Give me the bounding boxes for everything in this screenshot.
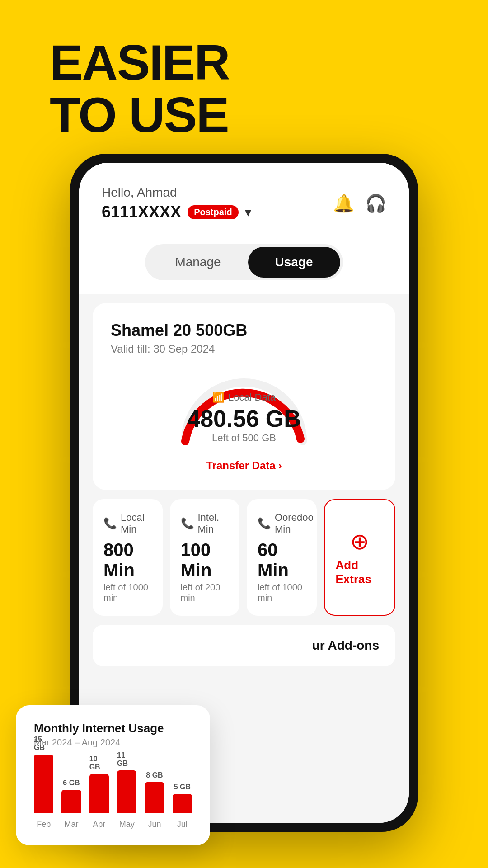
notification-icon[interactable]: 🔔 xyxy=(333,193,354,213)
bar-month-label: Jun xyxy=(148,820,161,829)
mini-cards-row: 📞 Local Min 800 Min left of 1000 min 📞 I… xyxy=(93,499,395,616)
local-min-icon-row: 📞 Local Min xyxy=(103,512,152,535)
bar-month-label: Apr xyxy=(93,820,105,829)
addons-partial-text: ur Add-ons xyxy=(312,638,379,653)
ooredoo-min-label: Ooredoo Min xyxy=(275,512,314,535)
bar-col-feb: 15 GBFeb xyxy=(34,736,53,829)
ooredoo-min-phone-icon: 📞 xyxy=(258,517,271,530)
intel-min-card: 📞 Intel. Min 100 Min left of 200 min xyxy=(170,499,240,616)
header-left: Hello, Ahmad 6111XXXX Postpaid ▾ xyxy=(102,185,251,222)
bar-chart: 15 GBFeb6 GBMar10 GBApr11 GBMay8 GBJun5 … xyxy=(34,757,192,829)
local-min-phone-icon: 📞 xyxy=(103,517,117,530)
bar-month-label: Feb xyxy=(37,820,51,829)
bar-month-label: Jul xyxy=(177,820,188,829)
intel-min-icon-row: 📞 Intel. Min xyxy=(181,512,229,535)
plan-valid: Valid till: 30 Sep 2024 xyxy=(111,343,377,355)
ooredoo-min-sub: left of 1000 min xyxy=(258,582,306,603)
header-icons: 🔔 🎧 xyxy=(333,193,386,213)
bar-value-label: 6 GB xyxy=(63,779,80,787)
arrow-right-icon: › xyxy=(278,459,282,472)
bar-col-jul: 5 GBJul xyxy=(173,783,192,829)
local-min-value: 800 Min xyxy=(103,540,152,580)
chart-title: Monthly Internet Usage xyxy=(34,722,192,736)
bar-value-label: 8 GB xyxy=(146,771,163,779)
phone-number: 6111XXXX xyxy=(102,203,181,222)
ooredoo-min-value: 60 Min xyxy=(258,540,306,580)
tabs-bar: Manage Usage xyxy=(79,235,409,294)
bar-col-apr: 10 GBApr xyxy=(89,755,109,829)
local-min-label: Local Min xyxy=(121,512,152,535)
greeting-text: Hello, Ahmad xyxy=(102,185,251,200)
gauge-label: 📶 Local Data xyxy=(187,392,301,403)
add-extras-label: Add Extras xyxy=(336,558,384,586)
postpaid-badge: Postpaid xyxy=(188,205,238,219)
tab-manage[interactable]: Manage xyxy=(148,247,248,278)
hero-section: EASIER TO USE xyxy=(50,36,230,141)
plan-card: Shamel 20 500GB Valid till: 30 Sep 2024 xyxy=(93,303,395,490)
bar-rect xyxy=(173,794,192,813)
gauge-center-text: 📶 Local Data 480.56 GB Left of 500 GB xyxy=(187,392,301,444)
addons-partial-card: ur Add-ons xyxy=(93,625,395,666)
gauge-value: 480.56 GB xyxy=(187,405,301,432)
bar-col-jun: 8 GBJun xyxy=(145,771,164,829)
bar-value-label: 5 GB xyxy=(174,783,191,791)
app-header: Hello, Ahmad 6111XXXX Postpaid ▾ 🔔 🎧 xyxy=(79,163,409,235)
bar-rect xyxy=(117,770,136,813)
bar-value-label: 11 GB xyxy=(117,751,136,768)
chevron-down-icon[interactable]: ▾ xyxy=(245,205,251,220)
bar-value-label: 10 GB xyxy=(89,755,109,771)
intel-min-label: Intel. Min xyxy=(198,512,229,535)
plus-circle-icon: ⊕ xyxy=(350,528,369,555)
local-min-sub: left of 1000 min xyxy=(103,582,152,603)
phone-mockup: Hello, Ahmad 6111XXXX Postpaid ▾ 🔔 🎧 xyxy=(70,154,418,832)
phone-row: 6111XXXX Postpaid ▾ xyxy=(102,203,251,222)
gauge-sub: Left of 500 GB xyxy=(187,432,301,444)
bar-col-may: 11 GBMay xyxy=(117,751,136,829)
gauge-container: 📶 Local Data 480.56 GB Left of 500 GB Tr… xyxy=(111,364,377,472)
transfer-data-link[interactable]: Transfer Data › xyxy=(206,459,282,472)
tab-container: Manage Usage xyxy=(145,244,343,280)
bar-value-label: 15 GB xyxy=(34,736,53,752)
local-min-card: 📞 Local Min 800 Min left of 1000 min xyxy=(93,499,163,616)
bar-rect xyxy=(34,755,53,813)
bar-rect xyxy=(89,774,109,813)
ooredoo-min-card: 📞 Ooredoo Min 60 Min left of 1000 min xyxy=(247,499,317,616)
hero-line2: TO USE xyxy=(50,89,230,141)
tab-usage[interactable]: Usage xyxy=(248,247,340,278)
plan-name: Shamel 20 500GB xyxy=(111,321,377,340)
chart-subtitle: Mar 2024 – Aug 2024 xyxy=(34,737,192,748)
bar-month-label: May xyxy=(119,820,135,829)
intel-min-phone-icon: 📞 xyxy=(181,517,194,530)
intel-min-sub: left of 200 min xyxy=(181,582,229,603)
bar-rect xyxy=(61,790,81,813)
support-icon[interactable]: 🎧 xyxy=(365,193,386,213)
bar-col-mar: 6 GBMar xyxy=(61,779,81,829)
bar-rect xyxy=(145,782,164,813)
wifi-icon: 📶 xyxy=(212,392,225,403)
intel-min-value: 100 Min xyxy=(181,540,229,580)
ooredoo-min-icon-row: 📞 Ooredoo Min xyxy=(258,512,306,535)
bar-month-label: Mar xyxy=(64,820,78,829)
chart-card: Monthly Internet Usage Mar 2024 – Aug 20… xyxy=(16,705,210,845)
hero-line1: EASIER xyxy=(50,36,230,89)
add-extras-card[interactable]: ⊕ Add Extras xyxy=(324,499,396,616)
